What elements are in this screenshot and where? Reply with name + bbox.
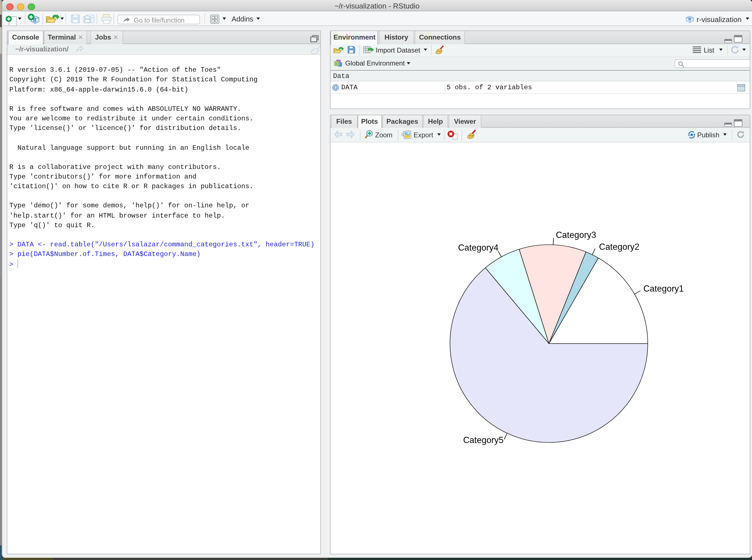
svg-text:Category3: Category3: [555, 230, 596, 240]
svg-text:Category4: Category4: [458, 242, 498, 252]
svg-text:Category1: Category1: [643, 283, 683, 293]
svg-text:R: R: [688, 17, 691, 21]
svg-text:Category2: Category2: [598, 242, 639, 252]
svg-text:Category5: Category5: [463, 435, 503, 445]
